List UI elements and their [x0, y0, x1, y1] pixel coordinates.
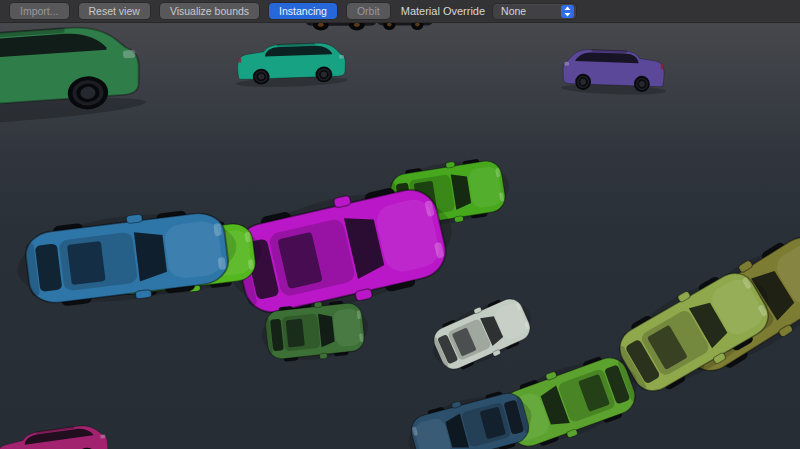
viewport-3d[interactable]	[0, 0, 800, 449]
visualize-bounds-button[interactable]: Visualize bounds	[160, 3, 259, 19]
car-green-suv-top-left	[0, 22, 146, 131]
material-override-value: None	[501, 5, 526, 17]
car-magenta-car-corner	[0, 422, 112, 449]
cars-layer	[0, 12, 800, 449]
reset-view-button[interactable]: Reset view	[79, 3, 150, 19]
orbit-button[interactable]: Orbit	[347, 3, 390, 19]
toolbar: Import... Reset view Visualize bounds In…	[0, 0, 800, 23]
instancing-button[interactable]: Instancing	[269, 3, 337, 19]
car-purple-hatchback	[561, 48, 667, 96]
scene-canvas[interactable]	[0, 0, 800, 449]
import-button[interactable]: Import...	[10, 3, 69, 19]
material-override-select[interactable]: None	[492, 3, 577, 20]
material-override-label: Material Override	[401, 5, 485, 17]
car-blue-suv	[13, 203, 242, 313]
car-white-hatchback	[424, 289, 540, 378]
popup-chevrons-icon	[561, 5, 574, 18]
car-teal-hatchback	[234, 42, 347, 89]
